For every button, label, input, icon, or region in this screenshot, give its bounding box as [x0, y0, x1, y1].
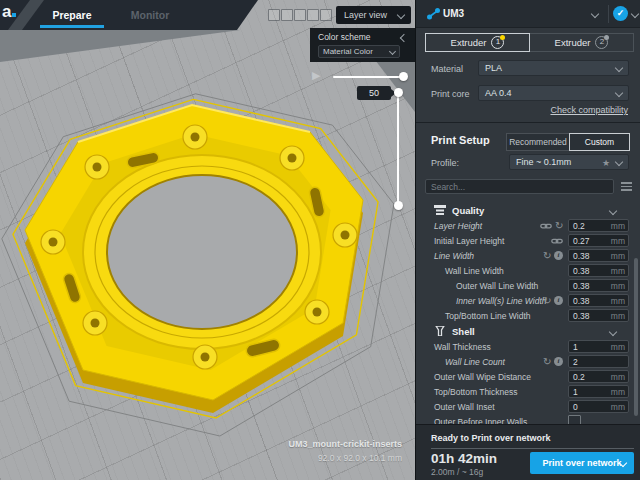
- reset-to-default-icon[interactable]: ↺: [543, 251, 551, 261]
- reset-to-default-icon[interactable]: ↺: [543, 296, 551, 306]
- search-input[interactable]: [425, 179, 614, 194]
- view-toolbar-icon-5[interactable]: [320, 9, 332, 21]
- connection-status-icon: ✓: [613, 6, 628, 21]
- simulation-slider-handle[interactable]: [399, 72, 408, 81]
- model-3d[interactable]: [25, 105, 363, 413]
- setting-row: Outer Wall Line Width0.38mm: [416, 278, 640, 293]
- layer-slider-track[interactable]: [397, 92, 399, 205]
- tab-extruder-1[interactable]: Extruder 1: [425, 33, 530, 52]
- setting-value: 0.38: [573, 266, 590, 276]
- recommended-button[interactable]: Recommended: [506, 133, 570, 151]
- settings-filter-icon[interactable]: [621, 182, 632, 191]
- setting-checkbox[interactable]: [568, 415, 581, 424]
- color-scheme-dropdown[interactable]: Material Color: [318, 45, 400, 58]
- setting-unit: mm: [611, 311, 625, 321]
- print-status-bar: Ready to Print over network 01h 42min 2.…: [416, 424, 640, 480]
- collapse-icon[interactable]: [400, 34, 408, 42]
- scrollbar-thumb[interactable]: [634, 258, 638, 416]
- setting-value-input[interactable]: 0.38mm: [568, 294, 629, 307]
- model-caption: UM3_mount-crickit-inserts 92.0 x 92.0 x …: [288, 439, 402, 463]
- color-scheme-label: Color scheme: [318, 32, 370, 42]
- setting-value: 0.38: [573, 296, 590, 306]
- setting-row: Inner Wall(s) Line Width↺i0.38mm: [416, 293, 640, 308]
- layer-slider-handle-bottom[interactable]: [394, 201, 403, 210]
- setting-value-input[interactable]: 0.27mm: [568, 234, 629, 247]
- info-icon[interactable]: i: [554, 251, 563, 260]
- simulation-slider-track[interactable]: [333, 76, 403, 78]
- setting-value-input[interactable]: 0.38mm: [568, 279, 629, 292]
- setting-value: 0.2: [573, 221, 585, 231]
- chevron-down-icon: [591, 10, 599, 18]
- setting-label: Top/Bottom Line Width: [445, 311, 531, 321]
- setting-value-input[interactable]: 1mm: [568, 340, 629, 353]
- setting-value-input[interactable]: 0.38mm: [568, 309, 629, 322]
- setting-unit: mm: [611, 387, 625, 397]
- material-usage-estimate: 2.00m / ~ 16g: [431, 467, 483, 477]
- material-dropdown[interactable]: PLA: [478, 60, 629, 76]
- setting-unit: mm: [611, 342, 625, 352]
- layer-slider-handle-top[interactable]: [394, 88, 403, 97]
- view-toolbar-icon-3[interactable]: [294, 9, 306, 21]
- setting-unit: mm: [611, 221, 625, 231]
- setting-label: Top/Bottom Thickness: [434, 387, 517, 397]
- chevron-down-icon: [609, 207, 617, 215]
- print-core-dropdown[interactable]: AA 0.4: [478, 85, 629, 101]
- setting-label: Outer Before Inner Walls: [434, 417, 527, 424]
- section-header-quality[interactable]: Quality: [416, 202, 640, 218]
- view-toolbar-icon-4[interactable]: [307, 9, 319, 21]
- setting-row-icons: ↺: [540, 219, 563, 232]
- color-scheme-panel: Color scheme Material Color: [310, 28, 415, 62]
- info-icon[interactable]: i: [554, 357, 563, 366]
- setting-value-input[interactable]: 0.2mm: [568, 219, 629, 232]
- tab-extruder-2[interactable]: Extruder 2: [529, 33, 634, 52]
- setting-value: 1: [573, 387, 578, 397]
- machine-selector[interactable]: UM3 ✓: [416, 0, 640, 28]
- play-simulation-button[interactable]: ▶: [312, 69, 320, 82]
- star-icon[interactable]: ★: [602, 156, 610, 170]
- view-toolbar-icon-2[interactable]: [281, 9, 293, 21]
- reset-to-default-icon[interactable]: ↺: [543, 357, 551, 367]
- section-header-shell[interactable]: Shell: [416, 323, 640, 339]
- check-compatibility-link[interactable]: Check compatibility: [550, 105, 628, 115]
- info-icon[interactable]: i: [554, 296, 563, 305]
- setting-unit: mm: [611, 266, 625, 276]
- profile-label: Profile:: [431, 158, 459, 168]
- model-dimensions: 92.0 x 92.0 x 10.1 mm: [288, 453, 402, 463]
- setting-value-input[interactable]: 0.2mm: [568, 370, 629, 383]
- profile-dropdown[interactable]: Fine ~ 0.1mm ★: [509, 154, 629, 170]
- machine-name: UM3: [443, 8, 464, 19]
- model-name: UM3_mount-crickit-inserts: [288, 439, 402, 449]
- view-mode-dropdown[interactable]: Layer view: [336, 6, 411, 24]
- setting-value-input[interactable]: 1mm: [568, 385, 629, 398]
- setting-unit: mm: [611, 251, 625, 261]
- custom-button[interactable]: Custom: [569, 133, 630, 151]
- tab-monitor[interactable]: Monitor: [122, 0, 178, 30]
- setting-value-input[interactable]: 0mm: [568, 400, 629, 413]
- offplate-corner-left: [0, 30, 240, 62]
- setting-value: 0.2: [573, 372, 585, 382]
- setting-value: 2: [573, 357, 578, 367]
- build-plate-scene: [0, 0, 415, 480]
- setting-value-input[interactable]: 2: [568, 355, 629, 368]
- reset-to-default-icon[interactable]: ↺: [555, 221, 563, 231]
- print-over-network-button[interactable]: Print over network: [530, 452, 634, 474]
- link-icon: [540, 221, 552, 231]
- view-toolbar-icon-1[interactable]: [268, 9, 280, 21]
- settings-list: QualityLayer Height↺0.2mmInitial Layer H…: [416, 202, 640, 424]
- cura-logo: a: [2, 2, 16, 22]
- tab-prepare[interactable]: Prepare: [40, 0, 104, 30]
- link-icon: [551, 232, 563, 250]
- logo-dot: [12, 13, 16, 17]
- setting-label: Outer Wall Inset: [434, 402, 495, 412]
- divider: [416, 122, 640, 123]
- setting-row: Top/Bottom Thickness1mm: [416, 384, 640, 399]
- setting-value: 0.27: [573, 236, 590, 246]
- setting-value-input[interactable]: 0.38mm: [568, 264, 629, 277]
- setting-unit: mm: [611, 372, 625, 382]
- chevron-down-icon[interactable]: [631, 10, 639, 18]
- chevron-down-icon: [615, 64, 623, 72]
- viewport-3d[interactable]: a Prepare Monitor Layer view Color schem…: [0, 0, 415, 480]
- setting-label: Wall Line Count: [445, 357, 505, 367]
- setting-label: Wall Thickness: [434, 342, 491, 352]
- setting-value-input[interactable]: 0.38mm: [568, 249, 629, 262]
